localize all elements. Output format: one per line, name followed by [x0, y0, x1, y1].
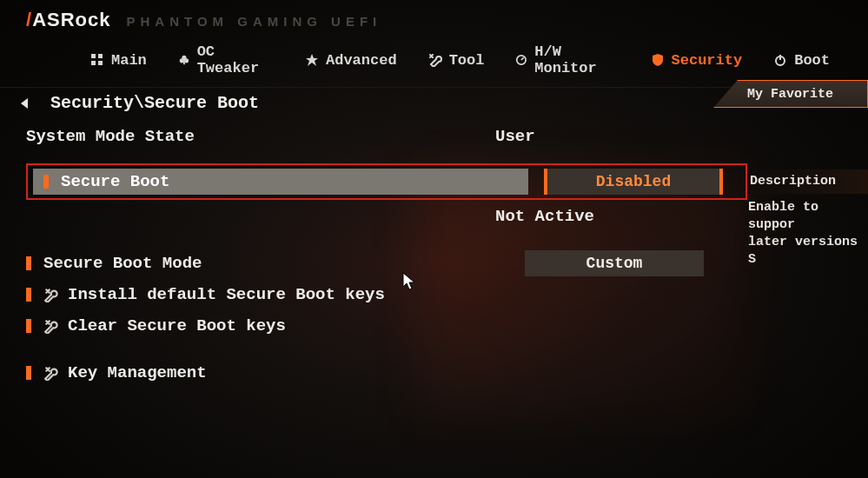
marker-icon [26, 366, 31, 380]
nav-advanced[interactable]: Advanced [293, 50, 409, 70]
row-secure-boot-status: Not Active [26, 203, 868, 229]
nav-label: Boot [794, 52, 830, 69]
description-line: later versions S [748, 234, 868, 269]
nav-security[interactable]: Security [639, 50, 755, 70]
brand-subtitle: PHANTOM GAMING UEFI [127, 14, 382, 29]
svg-rect-7 [183, 61, 185, 64]
label-clear-keys: Clear Secure Boot keys [68, 316, 286, 335]
label-secure-boot: Secure Boot [33, 169, 528, 195]
shield-icon [651, 53, 665, 67]
nav-label: Main [111, 52, 147, 69]
brand-bar: /ASRock PHANTOM GAMING UEFI [0, 0, 868, 37]
row-clear-keys[interactable]: Clear Secure Boot keys [26, 313, 868, 339]
power-icon [773, 53, 787, 67]
select-secure-boot[interactable]: Disabled [544, 169, 723, 195]
description-title: Description [748, 169, 868, 194]
label-system-mode-state: System Mode State [26, 127, 495, 146]
row-system-mode-state: System Mode State User [26, 123, 868, 149]
tools-icon [43, 318, 59, 334]
secure-boot-value: Disabled [596, 173, 671, 190]
label-secure-boot-mode: Secure Boot Mode [43, 254, 202, 273]
star-icon [305, 53, 319, 67]
favorite-label: My Favorite [747, 87, 833, 102]
wrench-icon [428, 53, 442, 67]
status-secure-boot: Not Active [495, 207, 712, 226]
tools-icon [43, 287, 59, 302]
nav-oc-tweaker[interactable]: OC Tweaker [166, 42, 286, 78]
description-line: Enable to suppor [748, 199, 868, 234]
marker-icon [43, 175, 49, 189]
row-secure-boot-selected[interactable]: Secure Boot Disabled [26, 163, 747, 200]
select-secure-boot-mode[interactable]: Custom [525, 250, 704, 276]
row-key-management[interactable]: Key Management [26, 360, 868, 386]
nav-label: Security [672, 52, 743, 69]
svg-marker-8 [306, 54, 318, 66]
nav-label: Tool [449, 52, 485, 69]
grid-icon [90, 53, 104, 67]
marker-icon [26, 256, 31, 270]
description-panel: Description Enable to suppor later versi… [748, 169, 868, 269]
marker-icon [26, 288, 31, 302]
content-area: System Mode State User Secure Boot Disab… [0, 118, 868, 386]
tools-icon [43, 365, 59, 381]
nav-boot[interactable]: Boot [761, 50, 842, 70]
brand-logo-right: ock [76, 9, 111, 30]
nav-label: Advanced [326, 52, 397, 69]
marker-icon [26, 319, 31, 333]
nav-tool[interactable]: Tool [416, 50, 497, 70]
svg-rect-3 [98, 61, 103, 65]
nav-label: OC Tweaker [197, 43, 274, 76]
label-key-management: Key Management [68, 363, 207, 382]
label-install-keys: Install default Secure Boot keys [68, 285, 385, 304]
club-icon [178, 53, 190, 67]
breadcrumb: Security\Secure Boot [50, 93, 259, 113]
brand-logo: /ASRock [26, 9, 111, 31]
svg-rect-0 [91, 54, 96, 58]
gauge-icon [515, 53, 527, 67]
svg-rect-1 [98, 54, 103, 58]
nav-main[interactable]: Main [78, 50, 159, 70]
nav-hw-monitor[interactable]: H/W Monitor [503, 42, 631, 78]
my-favorite-tab[interactable]: My Favorite [713, 80, 868, 108]
nav-label: H/W Monitor [534, 43, 619, 76]
brand-logo-left: ASR [32, 9, 75, 30]
row-secure-boot-mode[interactable]: Secure Boot Mode Custom [26, 250, 868, 276]
svg-point-6 [182, 56, 186, 60]
svg-marker-11 [21, 98, 28, 109]
back-arrow-icon[interactable] [17, 96, 35, 111]
svg-rect-2 [91, 61, 96, 65]
row-install-keys[interactable]: Install default Secure Boot keys [26, 282, 868, 308]
secure-boot-text: Secure Boot [61, 172, 169, 191]
value-system-mode-state: User [495, 127, 712, 146]
secure-boot-mode-value: Custom [586, 255, 643, 272]
